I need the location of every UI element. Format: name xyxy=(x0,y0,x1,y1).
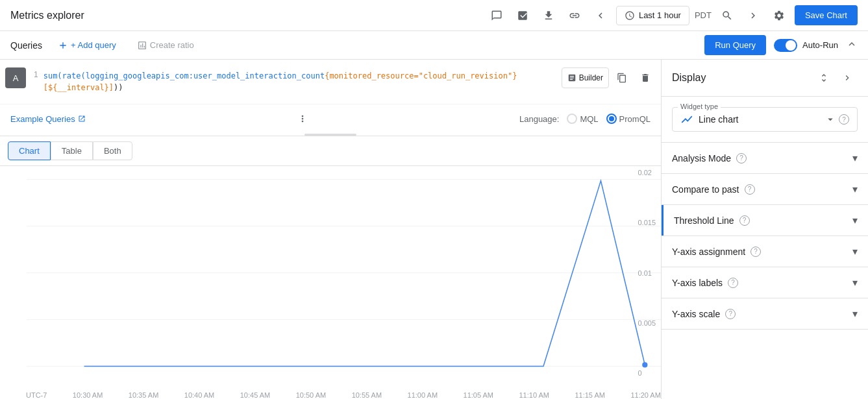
create-ratio-button[interactable]: Create ratio xyxy=(132,38,199,53)
comment-icon-btn[interactable] xyxy=(486,5,507,26)
chart-area: A 1 sum(rate(logging_googleapis_com:user… xyxy=(0,60,662,399)
run-query-button[interactable]: Run Query xyxy=(704,35,766,55)
analysis-mode-chevron xyxy=(852,152,858,164)
y-axis-scale-section[interactable]: Y-axis scale ? xyxy=(662,298,868,330)
threshold-line-section[interactable]: Threshold Line ? xyxy=(663,205,868,236)
display-expand-btn[interactable] xyxy=(813,67,834,88)
y-axis-labels-chevron xyxy=(852,276,858,289)
widget-type-selector[interactable]: Line chart ? xyxy=(680,113,849,126)
y-axis-assignment-help[interactable]: ? xyxy=(750,247,761,257)
search-icon xyxy=(721,10,733,21)
add-chart-icon xyxy=(517,10,528,21)
promql-label: PromQL xyxy=(619,114,651,124)
threshold-line-help[interactable]: ? xyxy=(739,215,750,226)
query-fn: sum(rate(logging_googleapis_com:user_mod… xyxy=(43,71,325,80)
display-header-icons xyxy=(813,67,858,88)
promql-radio-circle xyxy=(606,114,617,124)
queries-bar: Queries + Add query Create ratio Run Que… xyxy=(0,31,868,60)
compare-to-past-help[interactable]: ? xyxy=(745,184,755,195)
mql-radio[interactable]: MQL xyxy=(567,114,598,124)
query-code-input[interactable]: sum(rate(logging_googleapis_com:user_mod… xyxy=(43,65,556,99)
query-icons: Builder xyxy=(562,67,656,88)
y-axis-labels-help[interactable]: ? xyxy=(728,278,738,288)
settings-icon-btn[interactable] xyxy=(769,5,789,26)
query-footer: Example Queries Language: MQL PromQL xyxy=(0,104,661,133)
prev-btn[interactable] xyxy=(590,5,611,26)
query-number: 1 xyxy=(34,70,38,79)
compare-to-past-section[interactable]: Compare to past ? xyxy=(662,174,868,205)
more-options-button[interactable] xyxy=(292,108,313,129)
scroll-indicator xyxy=(304,134,356,136)
x-axis-labels: UTC-7 10:30 AM 10:35 AM 10:40 AM 10:45 A… xyxy=(26,391,661,399)
promql-radio[interactable]: PromQL xyxy=(606,114,651,124)
queries-label: Queries xyxy=(10,40,42,51)
query-row: A 1 sum(rate(logging_googleapis_com:user… xyxy=(0,60,661,104)
y-axis-labels-section[interactable]: Y-axis labels ? xyxy=(662,267,868,298)
widget-type-section: Widget type Line chart ? xyxy=(662,97,868,143)
threshold-line-title: Threshold Line xyxy=(674,215,734,226)
x-label-8: 11:05 AM xyxy=(464,391,493,399)
widget-type-left: Line chart xyxy=(680,113,738,126)
y-axis-labels-title: Y-axis labels xyxy=(672,278,723,288)
display-panel: Display Widget type Line chart xyxy=(662,60,868,399)
widget-dropdown-icon[interactable] xyxy=(825,114,836,125)
y-axis-scale-help[interactable]: ? xyxy=(725,309,736,319)
collapse-button[interactable] xyxy=(846,38,858,52)
display-collapse-btn[interactable] xyxy=(837,67,858,88)
x-label-9: 11:10 AM xyxy=(519,391,549,399)
analysis-mode-help[interactable]: ? xyxy=(736,153,747,163)
auto-run-toggle: Auto-Run xyxy=(774,39,838,52)
copy-icon xyxy=(617,73,627,83)
chart-container: 0.02 0.015 0.01 0.005 0 UTC-7 10:30 AM 1… xyxy=(0,166,661,399)
auto-run-switch[interactable] xyxy=(774,39,797,52)
y-axis-assignment-section[interactable]: Y-axis assignment ? xyxy=(662,236,868,267)
section-left: Y-axis assignment ? xyxy=(672,247,761,257)
next-btn[interactable] xyxy=(743,5,763,26)
x-label-1: 10:30 AM xyxy=(73,391,103,399)
display-header: Display xyxy=(662,60,868,97)
link-icon xyxy=(569,10,580,21)
language-selector: Language: MQL PromQL xyxy=(519,114,651,124)
x-label-5: 10:50 AM xyxy=(296,391,326,399)
table-tab[interactable]: Table xyxy=(51,141,93,160)
plus-icon xyxy=(58,40,68,51)
query-bracket: )) xyxy=(114,83,123,92)
both-tab[interactable]: Both xyxy=(93,141,132,160)
x-label-7: 11:00 AM xyxy=(408,391,438,399)
download-icon xyxy=(543,10,554,21)
chart-tabs-bar: Chart Table Both xyxy=(0,136,661,166)
copy-query-button[interactable] xyxy=(612,67,632,88)
clock-icon xyxy=(625,10,635,21)
widget-type-help[interactable]: ? xyxy=(839,114,849,125)
threshold-line-chevron xyxy=(852,214,858,226)
time-range-btn[interactable]: Last 1 hour xyxy=(616,6,689,25)
section-left: Threshold Line ? xyxy=(674,215,750,226)
chart-svg xyxy=(0,166,661,399)
queries-left: Queries + Add query Create ratio xyxy=(10,38,199,53)
builder-icon xyxy=(567,73,577,82)
chart-tab[interactable]: Chart xyxy=(8,141,51,160)
analysis-mode-section[interactable]: Analysis Mode ? xyxy=(662,143,868,174)
add-query-button[interactable]: + Add query xyxy=(53,38,121,53)
section-left: Compare to past ? xyxy=(672,184,755,195)
add-chart-icon-btn[interactable] xyxy=(512,5,533,26)
x-label-10: 11:15 AM xyxy=(575,391,604,399)
delete-query-button[interactable] xyxy=(635,67,656,88)
example-queries-link[interactable]: Example Queries xyxy=(10,114,86,124)
add-query-label: + Add query xyxy=(71,40,116,50)
x-label-2: 10:35 AM xyxy=(129,391,158,399)
section-left: Y-axis labels ? xyxy=(672,278,738,288)
header-icons: Last 1 hour PDT Save Chart xyxy=(486,5,858,26)
x-label-11: 11:20 AM xyxy=(630,391,660,399)
widget-type-value: Line chart xyxy=(699,114,738,125)
save-chart-button[interactable]: Save Chart xyxy=(795,5,858,25)
x-label-6: 10:55 AM xyxy=(352,391,382,399)
search-icon-btn[interactable] xyxy=(717,5,738,26)
download-icon-btn[interactable] xyxy=(538,5,559,26)
unfold-more-icon xyxy=(819,73,829,83)
x-label-0: UTC-7 xyxy=(26,391,47,399)
section-left: Analysis Mode ? xyxy=(672,153,747,163)
builder-button[interactable]: Builder xyxy=(562,67,609,88)
link-icon-btn[interactable] xyxy=(564,5,585,26)
delete-icon xyxy=(640,73,651,83)
